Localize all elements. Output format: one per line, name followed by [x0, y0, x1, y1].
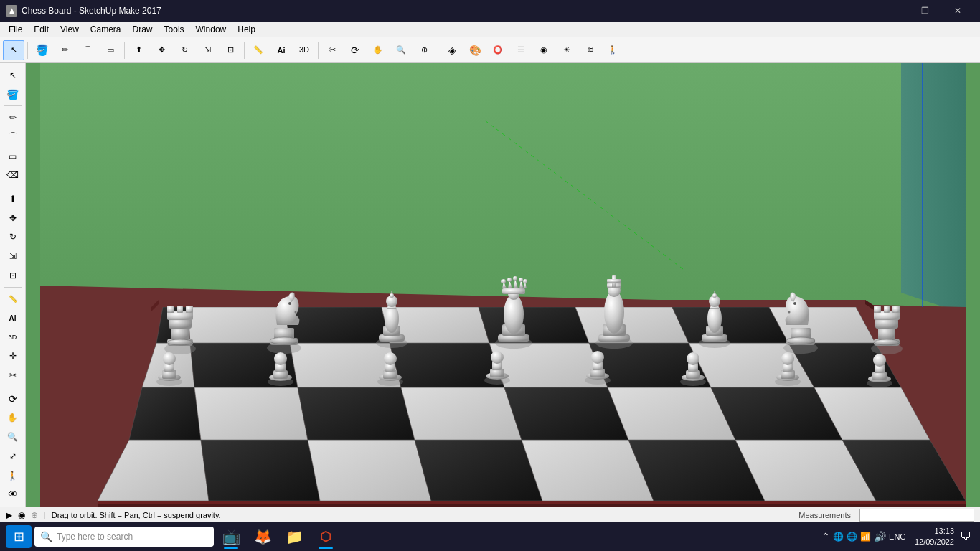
left-look[interactable]: 👁: [2, 485, 24, 504]
left-paint[interactable]: 🪣: [2, 85, 24, 104]
left-section[interactable]: ✂: [2, 366, 24, 385]
sketchup-icon: ⬡: [320, 529, 331, 545]
svg-point-126: [384, 352, 397, 365]
left-zoomext[interactable]: ⤢: [2, 447, 24, 466]
tray-volume[interactable]: 🔊: [874, 531, 886, 542]
left-orbit[interactable]: ⟳: [2, 390, 24, 408]
tool-orbit[interactable]: ⟳: [344, 40, 366, 60]
taskbar-app-sketchup[interactable]: ⬡: [311, 524, 340, 550]
tray-network-1[interactable]: 🌐: [833, 532, 844, 542]
menu-file[interactable]: File: [3, 23, 28, 36]
tray-wifi[interactable]: 📶: [860, 532, 871, 542]
svg-marker-16: [401, 387, 522, 440]
viewport[interactable]: actually let's do:: [26, 63, 980, 507]
close-button[interactable]: ✕: [941, 0, 974, 22]
left-axes[interactable]: ✛: [2, 347, 24, 366]
menu-view[interactable]: View: [55, 23, 85, 36]
tool-move[interactable]: ✥: [151, 40, 172, 60]
svg-rect-70: [502, 288, 525, 294]
maximize-button[interactable]: ❐: [908, 0, 941, 22]
left-rotate[interactable]: ↻: [2, 227, 24, 246]
menu-tools[interactable]: Tools: [159, 23, 190, 36]
svg-point-80: [523, 279, 527, 283]
start-button[interactable]: ⊞: [6, 525, 32, 548]
tray-chevron[interactable]: ⌃: [821, 531, 830, 542]
app-icon: ♟: [6, 5, 17, 17]
tool-walk[interactable]: 🚶: [602, 40, 623, 60]
left-zoom[interactable]: 🔍: [2, 428, 24, 446]
tool-3dtext[interactable]: 3D: [293, 40, 315, 60]
left-shapes[interactable]: ▭: [2, 147, 24, 166]
tool-arc[interactable]: ⌒: [77, 40, 98, 60]
tray-network-2[interactable]: 🌐: [847, 532, 857, 542]
taskbar-app-tv[interactable]: 📺: [217, 524, 245, 550]
tool-paint[interactable]: 🪣: [31, 40, 52, 60]
tool-layers[interactable]: ☰: [510, 40, 532, 60]
measurements-label: Measurements: [798, 511, 854, 519]
svg-rect-108: [874, 306, 881, 313]
left-eraser[interactable]: ⌫: [2, 166, 24, 184]
left-select[interactable]: ↖: [2, 66, 24, 85]
svg-point-94: [712, 293, 717, 298]
left-pan[interactable]: ✋: [2, 409, 24, 428]
left-pencil[interactable]: ✏: [2, 108, 24, 127]
notification-icon[interactable]: 🗨: [957, 530, 974, 543]
taskbar: ⊞ 🔍 Type here to search 📺 🦊 📁 ⬡ ⌃ 🌐 🌐 📶 …: [0, 522, 980, 551]
tool-scale[interactable]: ⇲: [197, 40, 218, 60]
tool-zoom[interactable]: 🔍: [390, 40, 412, 60]
menu-camera[interactable]: Camera: [85, 23, 127, 36]
menu-window[interactable]: Window: [190, 23, 232, 36]
main-area: ↖ 🪣 ✏ ⌒ ▭ ⌫ ⬆ ✥ ↻ ⇲ ⊡ 📏 Ai 3D ✛ ✂ ⟳ ✋ 🔍 …: [0, 63, 980, 507]
left-offset[interactable]: ⊡: [2, 266, 24, 285]
left-push-pull[interactable]: ⬆: [2, 189, 24, 208]
tool-push-pull[interactable]: ⬆: [128, 40, 149, 60]
tool-shadow[interactable]: ☀: [556, 40, 578, 60]
tool-pan[interactable]: ✋: [367, 40, 389, 60]
tool-materials[interactable]: 🎨: [464, 40, 486, 60]
left-tape[interactable]: 📏: [2, 289, 24, 308]
clock[interactable]: 13:13 12/09/2022: [915, 526, 954, 548]
taskbar-app-firefox[interactable]: 🦊: [248, 524, 277, 550]
taskbar-app-files[interactable]: 📁: [280, 524, 308, 550]
tool-scenes[interactable]: ◉: [533, 40, 555, 60]
left-move[interactable]: ✥: [2, 209, 24, 227]
left-walk[interactable]: 🚶: [2, 466, 24, 485]
left-scale[interactable]: ⇲: [2, 247, 24, 265]
tool-section[interactable]: ✂: [321, 40, 343, 60]
menu-edit[interactable]: Edit: [28, 23, 55, 36]
tool-components[interactable]: ◈: [441, 40, 463, 60]
tool-pencil[interactable]: ✏: [54, 40, 75, 60]
minimize-button[interactable]: —: [875, 0, 908, 22]
tool-tape[interactable]: 📏: [248, 40, 269, 60]
search-bar[interactable]: 🔍 Type here to search: [34, 527, 214, 547]
status-icon-1: ▶: [6, 510, 12, 520]
tool-select[interactable]: ↖: [3, 40, 24, 60]
svg-point-55: [295, 311, 297, 314]
svg-point-121: [274, 352, 287, 365]
tool-text[interactable]: Ai: [270, 40, 292, 60]
measurements-input[interactable]: [859, 509, 974, 522]
separator-5: [438, 42, 438, 59]
left-sep-2: [4, 187, 22, 187]
left-3dtext[interactable]: 3D: [2, 328, 24, 347]
status-separator: |: [44, 511, 46, 519]
status-icon-3: ⊕: [31, 510, 38, 520]
svg-point-79: [519, 278, 523, 282]
tool-zoom-window[interactable]: ⊕: [413, 40, 435, 60]
tool-styles[interactable]: ⭕: [487, 40, 509, 60]
menu-draw[interactable]: Draw: [127, 23, 159, 36]
tool-shapes[interactable]: ▭: [100, 40, 121, 60]
tray-language[interactable]: ENG: [889, 532, 906, 541]
menu-help[interactable]: Help: [232, 23, 261, 36]
svg-rect-48: [177, 306, 183, 313]
start-icon: ⊞: [14, 529, 24, 545]
tool-fog[interactable]: ≋: [579, 40, 600, 60]
tool-offset[interactable]: ⊡: [220, 40, 241, 60]
left-text[interactable]: Ai: [2, 309, 24, 327]
svg-point-50: [167, 339, 193, 345]
svg-point-136: [591, 351, 604, 364]
tool-rotate[interactable]: ↻: [174, 40, 195, 60]
left-arc[interactable]: ⌒: [2, 128, 24, 146]
svg-point-54: [288, 302, 291, 305]
clock-date: 12/09/2022: [915, 537, 954, 547]
